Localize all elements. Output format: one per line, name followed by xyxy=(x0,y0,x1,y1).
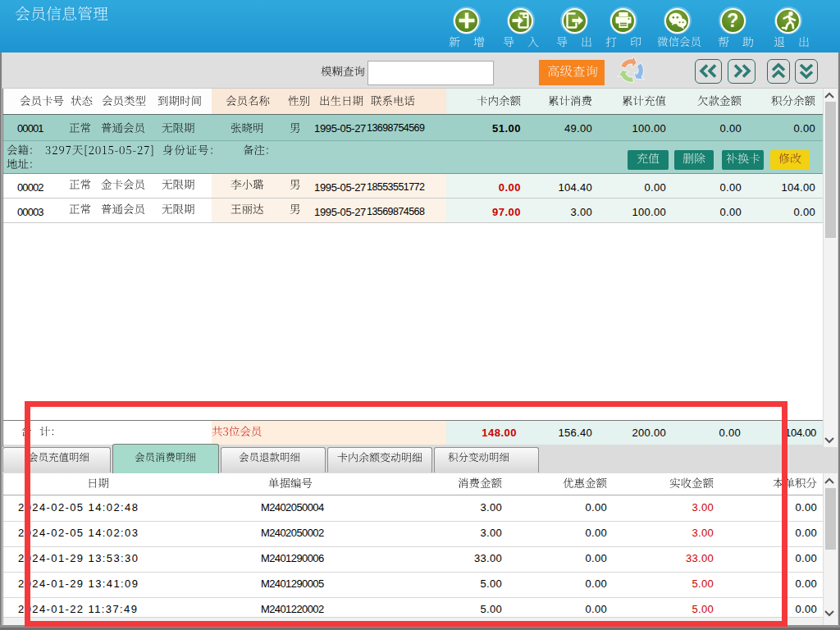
svg-text:?: ? xyxy=(727,10,738,31)
